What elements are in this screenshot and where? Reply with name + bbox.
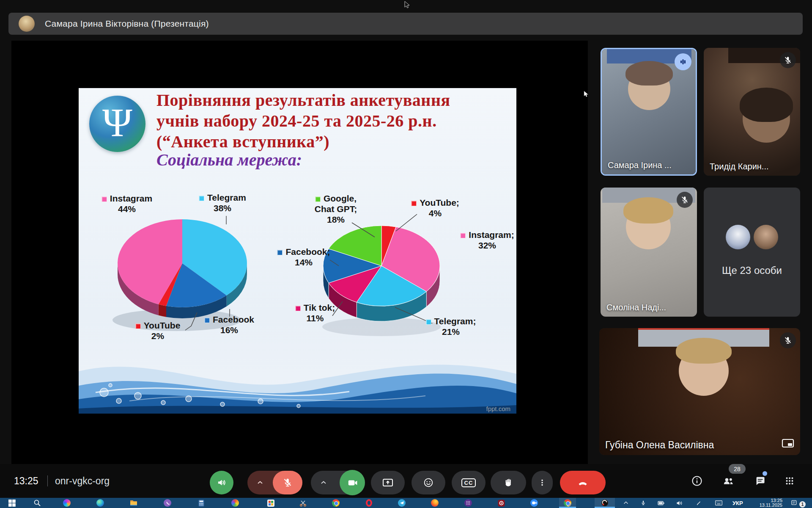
legend-swatch-google — [315, 196, 321, 202]
mic-muted-button[interactable] — [273, 471, 302, 494]
file-explorer-icon[interactable] — [125, 498, 142, 508]
folder-icon — [130, 500, 137, 506]
legend-swatch-instagram2 — [460, 233, 466, 238]
tray-expand-button[interactable] — [617, 498, 634, 508]
presenter-avatar — [19, 16, 35, 32]
video-tile-trydid[interactable]: Тридід Карин... — [704, 48, 800, 176]
speaker-icon — [216, 477, 227, 488]
windows-taskbar: УКР 13:25 13.11.2025 1 — [0, 498, 812, 508]
recorder-glyph — [498, 500, 505, 507]
end-call-button[interactable] — [560, 471, 606, 494]
participants-count-badge: 28 — [729, 464, 746, 474]
viber-icon[interactable] — [159, 498, 176, 508]
office-icon[interactable] — [262, 498, 279, 508]
legend-swatch-youtube2 — [411, 201, 417, 206]
legend-tiktok: Tik tok; 11% — [290, 302, 340, 323]
captions-button[interactable]: CC — [452, 471, 486, 494]
camera-on-button[interactable] — [340, 470, 365, 495]
taskbar-clock[interactable]: 13:25 13.11.2025 — [749, 498, 782, 508]
presentation-stage[interactable]: Ψ Порівняння результатів анкетування учн… — [11, 41, 588, 465]
more-participants-tile[interactable]: Ще 23 особи — [704, 188, 800, 317]
avatar — [726, 225, 750, 249]
slide: Ψ Порівняння результатів анкетування учн… — [79, 88, 516, 414]
present-icon — [382, 477, 394, 488]
tray-keyboard-icon[interactable] — [710, 498, 727, 508]
calculator-icon[interactable] — [193, 498, 210, 508]
captions-icon: CC — [461, 478, 476, 487]
grid-app-icon[interactable] — [460, 498, 477, 508]
recorder-app-icon[interactable] — [493, 498, 510, 508]
tray-volume-icon[interactable] — [671, 498, 688, 508]
info-button[interactable] — [690, 474, 704, 488]
meet-control-bar: 13:25 onr-vgkc-org — [0, 464, 812, 498]
participant-video — [599, 328, 800, 455]
hand-icon — [503, 477, 514, 488]
language-indicator[interactable]: УКР — [732, 498, 743, 508]
zoom-icon[interactable] — [526, 498, 543, 508]
chrome-icon[interactable] — [327, 498, 344, 508]
picture-in-picture-icon[interactable] — [782, 438, 794, 450]
chevron-up-icon — [623, 500, 629, 506]
mic-button-group[interactable] — [247, 471, 302, 494]
start-button[interactable] — [3, 498, 20, 508]
end-call-icon — [576, 477, 589, 488]
legend-swatch-telegram — [199, 196, 204, 201]
more-participants-label: Ще 23 особи — [704, 265, 800, 276]
paint-icon[interactable] — [227, 498, 244, 508]
taskbar-date: 13.11.2025 — [749, 503, 782, 508]
camera-button-group[interactable] — [311, 471, 365, 494]
info-icon — [691, 475, 703, 487]
legend-telegram-left: Telegram 38% — [189, 192, 255, 213]
legend-swatch-youtube — [135, 323, 141, 329]
opera-icon[interactable] — [360, 498, 377, 508]
mic-off-icon — [282, 477, 293, 488]
mouse-cursor — [404, 1, 411, 9]
mic-off-icon — [780, 332, 796, 348]
legend-google-chatgpt: Google, Chat GPT; 18% — [306, 193, 365, 225]
speaker-button[interactable] — [210, 471, 233, 494]
office-grid-icon — [267, 500, 274, 507]
legend-telegram-right: Telegram; 21% — [421, 316, 480, 337]
chevron-up-icon[interactable] — [320, 479, 327, 486]
firefox-icon[interactable] — [426, 498, 443, 508]
windows-logo-icon — [8, 500, 16, 507]
copilot-icon[interactable] — [58, 498, 75, 508]
presenter-banner: Самара Ірина Вікторівна (Презентація) — [8, 13, 803, 35]
tray-battery-icon[interactable] — [653, 498, 669, 508]
apps-grid-button[interactable] — [783, 474, 796, 488]
legend-swatch-tiktok — [295, 306, 301, 311]
chat-icon — [754, 475, 766, 487]
snipping-tool-icon[interactable] — [294, 498, 311, 508]
participant-name: Губіна Олена Василівна — [605, 439, 714, 451]
notification-icon — [791, 500, 798, 506]
search-button[interactable] — [29, 498, 46, 508]
more-vertical-icon — [538, 478, 547, 488]
edge-icon[interactable] — [92, 498, 109, 508]
presenter-cursor — [583, 91, 590, 98]
mic-off-icon — [677, 192, 693, 208]
participant-name: Самара Ірина ... — [608, 160, 672, 170]
video-tile-samara[interactable]: Самара Ірина ... — [601, 48, 697, 176]
participants-button[interactable] — [721, 474, 735, 488]
video-tile-smolina[interactable]: Смоліна Наді... — [601, 188, 697, 317]
reactions-button[interactable] — [411, 471, 445, 494]
telegram-icon[interactable] — [393, 498, 410, 508]
camera-icon — [347, 477, 358, 488]
wave-decoration — [79, 342, 516, 414]
legend-instagram-right: Instagram; 32% — [458, 229, 516, 251]
chrome-profile-avatar — [566, 502, 571, 506]
participant-name: Тридід Карин... — [710, 162, 769, 171]
chat-button[interactable] — [753, 474, 767, 488]
legend-facebook-left: Facebook 16% — [196, 314, 262, 335]
obs-glyph — [601, 499, 609, 507]
chevron-up-icon[interactable] — [257, 479, 263, 486]
present-screen-button[interactable] — [371, 471, 405, 494]
video-tile-gubina[interactable]: Губіна Олена Василівна — [599, 328, 800, 455]
tray-mic-icon[interactable] — [635, 498, 652, 508]
slide-credit: fppt.com — [486, 405, 510, 412]
raise-hand-button[interactable] — [491, 471, 526, 494]
calculator-glyph — [198, 500, 204, 507]
search-icon — [33, 499, 41, 507]
tray-pen-icon[interactable] — [690, 498, 707, 508]
more-options-button[interactable] — [532, 471, 553, 494]
